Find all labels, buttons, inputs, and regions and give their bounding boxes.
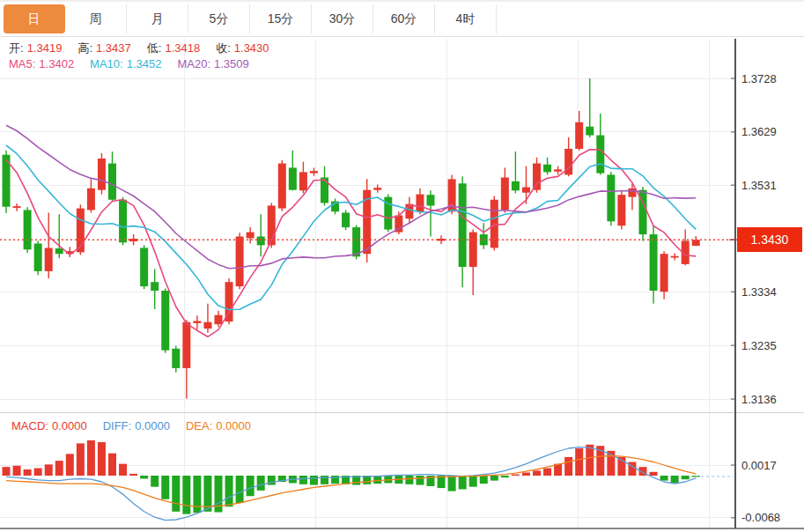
candle-body	[193, 321, 201, 322]
macd-legend-dea-label: DEA:	[186, 419, 212, 432]
ohlc-legend: 开:1.3419高:1.3437低:1.3418收:1.3430	[9, 41, 285, 56]
ohlc-legend-open-value: 1.3419	[27, 41, 63, 55]
macd-bar	[151, 476, 159, 487]
macd-bar	[660, 476, 668, 481]
ohlc-legend-close-value: 1.3430	[234, 41, 269, 55]
macd-bar	[469, 476, 477, 487]
last-price-value: 1.3430	[751, 233, 789, 247]
candle-body	[247, 233, 254, 239]
macd-bar	[161, 476, 169, 499]
candle-body	[203, 322, 211, 329]
ma-legend-ma10-value: 1.3452	[127, 57, 162, 70]
candle-body	[352, 227, 360, 256]
macd-bar	[55, 461, 63, 476]
candle-body	[469, 233, 477, 267]
candle-body	[533, 164, 541, 190]
ma-legend-ma5: MA5:1.3402	[9, 57, 77, 70]
ma-legend: MA5:1.3402MA10:1.3452MA20:1.3509	[9, 57, 265, 70]
candle-body	[236, 237, 244, 287]
period-tab-5min[interactable]: 5分	[188, 4, 250, 33]
candle-body	[172, 349, 180, 368]
candle-body	[24, 210, 32, 249]
macd-legend: MACD:0.0000DIFF:0.0000DEA:0.0000	[11, 419, 267, 432]
candle-body	[257, 237, 265, 246]
macd-bar	[225, 476, 233, 506]
candle-body	[501, 178, 509, 211]
candle-body	[108, 164, 116, 200]
candle-body	[55, 248, 63, 254]
candle-body	[650, 234, 658, 291]
price-axis-label: 1.3728	[741, 72, 777, 85]
macd-bar	[682, 476, 690, 479]
macd-bar	[299, 476, 307, 484]
ohlc-legend-high: 高:1.3437	[77, 41, 134, 55]
candle-body	[491, 200, 498, 248]
candle-body	[151, 282, 159, 291]
candle-body	[321, 178, 328, 203]
macd-bar	[87, 440, 95, 476]
candle-body	[87, 188, 95, 211]
macd-bar	[522, 472, 530, 476]
ma-legend-ma5-value: 1.3402	[39, 57, 74, 70]
macd-legend-macd: MACD:0.0000	[11, 419, 91, 432]
candle-body	[692, 240, 700, 246]
period-tab-60min[interactable]: 60分	[373, 4, 435, 33]
period-tab-month[interactable]: 月	[127, 4, 188, 33]
candle-body	[459, 183, 467, 267]
ohlc-legend-close-label: 收:	[216, 41, 231, 55]
ma-legend-ma20: MA20:1.3509	[177, 57, 252, 70]
candle-body	[161, 291, 169, 351]
period-tab-15min[interactable]: 15分	[250, 4, 312, 33]
ohlc-legend-close: 收:1.3430	[216, 41, 272, 55]
candle-body	[607, 174, 615, 221]
macd-bar	[108, 454, 116, 476]
price-axis-label: 1.3531	[741, 179, 777, 192]
candle-body	[342, 212, 350, 227]
macd-axis-label: 0.0017	[741, 459, 777, 472]
ohlc-legend-high-label: 高:	[77, 41, 92, 55]
last-price-badge: 1.3430	[737, 227, 802, 252]
macd-bar	[257, 476, 265, 491]
candle-body	[289, 167, 297, 189]
period-tab-week[interactable]: 周	[65, 4, 127, 33]
period-tab-30min[interactable]: 30分	[312, 4, 373, 33]
macd-bar	[34, 469, 42, 476]
candle-body	[512, 181, 520, 190]
ohlc-legend-open-label: 开:	[9, 41, 24, 55]
candle-body	[554, 169, 562, 171]
candle-body	[34, 244, 42, 271]
macd-bar	[459, 476, 467, 489]
macd-bar	[564, 457, 572, 476]
macd-legend-diff-value: 0.0000	[135, 419, 170, 432]
period-tab-4hour[interactable]: 4时	[435, 4, 497, 33]
candle-body	[617, 195, 625, 225]
period-tabbar: 日周月5分15分30分60分4时	[0, 0, 804, 37]
period-tab-day[interactable]: 日	[4, 4, 65, 33]
ma-legend-ma20-label: MA20:	[177, 57, 210, 70]
candle-body	[310, 171, 318, 173]
ohlc-legend-low-value: 1.3418	[165, 41, 200, 55]
macd-bar	[512, 475, 520, 476]
ohlc-legend-open: 开:1.3419	[9, 41, 65, 55]
ma-legend-ma5-label: MA5:	[9, 57, 35, 70]
candle-body	[628, 188, 636, 197]
macd-bar	[193, 476, 201, 513]
candle-body	[13, 206, 21, 208]
candle-body	[119, 200, 127, 243]
macd-bar	[77, 443, 85, 476]
macd-bar	[66, 454, 74, 476]
candle-body	[215, 315, 223, 324]
macd-bar	[501, 476, 509, 477]
ohlc-legend-low-label: 低:	[147, 41, 162, 55]
macd-bar	[405, 476, 413, 484]
macd-legend-dea: DEA:0.0000	[186, 419, 254, 432]
macd-bar	[140, 476, 148, 479]
candle-body	[543, 165, 551, 173]
macd-legend-diff: DIFF:0.0000	[103, 419, 173, 432]
candle-body	[586, 127, 594, 136]
macd-bar	[129, 474, 137, 476]
macd-bar	[650, 472, 658, 476]
candle-body	[427, 195, 435, 205]
candlestick-chart[interactable]: 1.37281.36291.35311.33341.32351.31360.00…	[0, 0, 804, 532]
ma-legend-ma10: MA10:1.3452	[90, 57, 165, 70]
